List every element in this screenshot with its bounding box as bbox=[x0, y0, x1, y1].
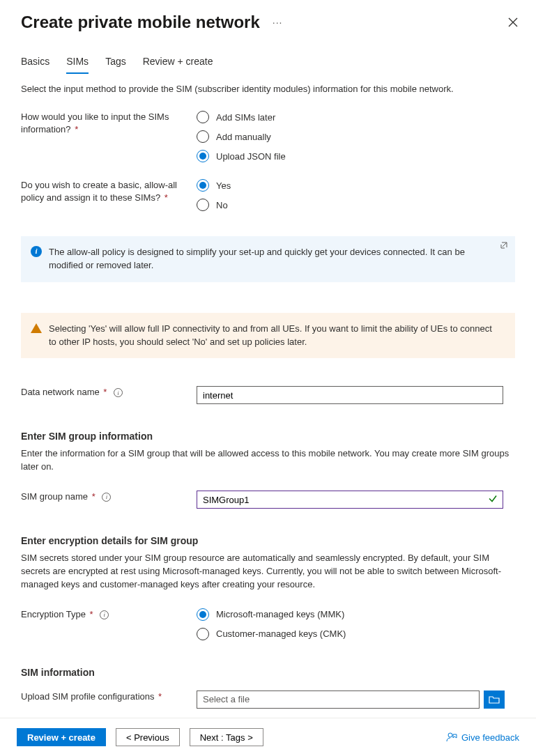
data-network-label: Data network name * i bbox=[21, 386, 197, 404]
encryption-type-row: Encryption Type * i Microsoft-managed ke… bbox=[21, 608, 515, 640]
close-icon bbox=[508, 17, 518, 27]
sim-group-name-row: SIM group name * i bbox=[21, 491, 515, 509]
sim-info-heading: SIM information bbox=[21, 667, 515, 678]
sim-group-heading: Enter SIM group information bbox=[21, 431, 515, 442]
encryption-heading: Enter encryption details for SIM group bbox=[21, 535, 515, 546]
tab-tags[interactable]: Tags bbox=[105, 56, 126, 74]
more-icon[interactable]: ··· bbox=[273, 17, 283, 28]
allow-all-row: Do you wish to create a basic, allow-all… bbox=[21, 179, 515, 211]
radio-label-cmk: Customer-managed keys (CMK) bbox=[216, 628, 346, 639]
page-title: Create private mobile network bbox=[21, 13, 260, 32]
review-create-button[interactable]: Review + create bbox=[17, 728, 106, 746]
radio-label-yes: Yes bbox=[216, 180, 231, 191]
required-mark: * bbox=[89, 491, 95, 502]
encryption-type-label: Encryption Type * i bbox=[21, 608, 197, 640]
popout-icon bbox=[500, 241, 508, 249]
feedback-label: Give feedback bbox=[461, 732, 519, 743]
data-network-row: Data network name * i bbox=[21, 386, 515, 404]
input-method-radio-group: Add SIMs later Add manually Upload JSON … bbox=[197, 111, 515, 162]
radio-circle-selected-icon bbox=[197, 150, 209, 162]
radio-label-upload: Upload JSON file bbox=[216, 151, 286, 162]
input-method-label-text: How would you like to input the SIMs inf… bbox=[21, 111, 169, 134]
tab-sims[interactable]: SIMs bbox=[66, 56, 89, 74]
valid-check-icon bbox=[488, 494, 498, 506]
radio-allow-yes[interactable]: Yes bbox=[197, 179, 515, 192]
radio-add-manually[interactable]: Add manually bbox=[197, 130, 515, 143]
tab-bar: Basics SIMs Tags Review + create bbox=[21, 56, 515, 74]
required-mark: * bbox=[101, 387, 107, 397]
upload-label-text: Upload SIM profile configurations bbox=[21, 691, 155, 702]
data-network-input[interactable] bbox=[197, 386, 503, 404]
help-icon[interactable]: i bbox=[114, 388, 123, 397]
warning-callout: Selecting 'Yes' will allow full IP conne… bbox=[21, 313, 515, 359]
file-placeholder: Select a file bbox=[203, 694, 250, 704]
previous-button[interactable]: < Previous bbox=[116, 728, 180, 746]
required-mark: * bbox=[72, 124, 79, 134]
footer-bar: Review + create < Previous Next : Tags >… bbox=[0, 718, 536, 756]
allow-all-label-text: Do you wish to create a basic, allow-all… bbox=[21, 180, 177, 203]
intro-text: Select the input method to provide the S… bbox=[21, 84, 515, 94]
encryption-desc: SIM secrets stored under your SIM group … bbox=[21, 552, 515, 592]
radio-circle-icon bbox=[197, 111, 209, 123]
help-icon[interactable]: i bbox=[100, 610, 109, 619]
radio-cmk[interactable]: Customer-managed keys (CMK) bbox=[197, 628, 515, 640]
feedback-icon bbox=[446, 732, 457, 743]
allow-all-label: Do you wish to create a basic, allow-all… bbox=[21, 179, 197, 211]
tab-review[interactable]: Review + create bbox=[143, 56, 213, 74]
sim-group-name-input[interactable] bbox=[197, 491, 503, 509]
svg-point-0 bbox=[448, 733, 452, 737]
encryption-type-label-text: Encryption Type bbox=[21, 609, 86, 619]
sim-group-name-label: SIM group name * i bbox=[21, 491, 197, 509]
tab-basics[interactable]: Basics bbox=[21, 56, 49, 74]
radio-mmk[interactable]: Microsoft-managed keys (MMK) bbox=[197, 608, 515, 621]
data-network-label-text: Data network name bbox=[21, 387, 100, 397]
radio-label-manual: Add manually bbox=[216, 132, 271, 142]
radio-circle-icon bbox=[197, 628, 209, 640]
warning-icon bbox=[31, 323, 42, 333]
popout-button[interactable] bbox=[500, 240, 508, 249]
give-feedback-link[interactable]: Give feedback bbox=[446, 732, 519, 743]
folder-icon bbox=[489, 694, 500, 705]
warning-text: Selecting 'Yes' will allow full IP conne… bbox=[49, 323, 501, 349]
radio-circle-icon bbox=[197, 130, 209, 143]
radio-add-later[interactable]: Add SIMs later bbox=[197, 111, 515, 123]
info-text: The allow-all policy is designed to simp… bbox=[49, 246, 501, 272]
input-method-label: How would you like to input the SIMs inf… bbox=[21, 111, 197, 162]
file-select-input[interactable]: Select a file bbox=[197, 691, 480, 709]
required-mark: * bbox=[87, 609, 93, 619]
panel-content: Basics SIMs Tags Review + create Select … bbox=[0, 38, 536, 718]
allow-all-radio-group: Yes No bbox=[197, 179, 515, 211]
create-panel: Create private mobile network ··· Basics… bbox=[0, 0, 536, 756]
upload-row: Upload SIM profile configurations * Sele… bbox=[21, 691, 515, 709]
radio-circle-icon bbox=[197, 199, 209, 211]
radio-label-mmk: Microsoft-managed keys (MMK) bbox=[216, 609, 344, 619]
radio-label-later: Add SIMs later bbox=[216, 112, 275, 123]
panel-header: Create private mobile network ··· bbox=[0, 0, 536, 38]
sim-group-desc: Enter the information for a SIM group th… bbox=[21, 447, 515, 474]
browse-button[interactable] bbox=[484, 691, 505, 709]
radio-allow-no[interactable]: No bbox=[197, 199, 515, 211]
radio-circle-selected-icon bbox=[197, 608, 209, 621]
radio-label-no: No bbox=[216, 200, 228, 210]
sim-group-name-label-text: SIM group name bbox=[21, 491, 88, 502]
help-icon[interactable]: i bbox=[102, 493, 111, 502]
info-icon: i bbox=[31, 246, 42, 257]
upload-label: Upload SIM profile configurations * bbox=[21, 691, 197, 709]
radio-circle-selected-icon bbox=[197, 179, 209, 192]
next-button[interactable]: Next : Tags > bbox=[190, 728, 263, 746]
info-callout: i The allow-all policy is designed to si… bbox=[21, 236, 515, 282]
encryption-radio-group: Microsoft-managed keys (MMK) Customer-ma… bbox=[197, 608, 515, 640]
radio-upload-json[interactable]: Upload JSON file bbox=[197, 150, 515, 162]
required-mark: * bbox=[156, 691, 162, 702]
required-mark: * bbox=[162, 192, 168, 203]
input-method-row: How would you like to input the SIMs inf… bbox=[21, 111, 515, 162]
close-button[interactable] bbox=[507, 16, 519, 29]
